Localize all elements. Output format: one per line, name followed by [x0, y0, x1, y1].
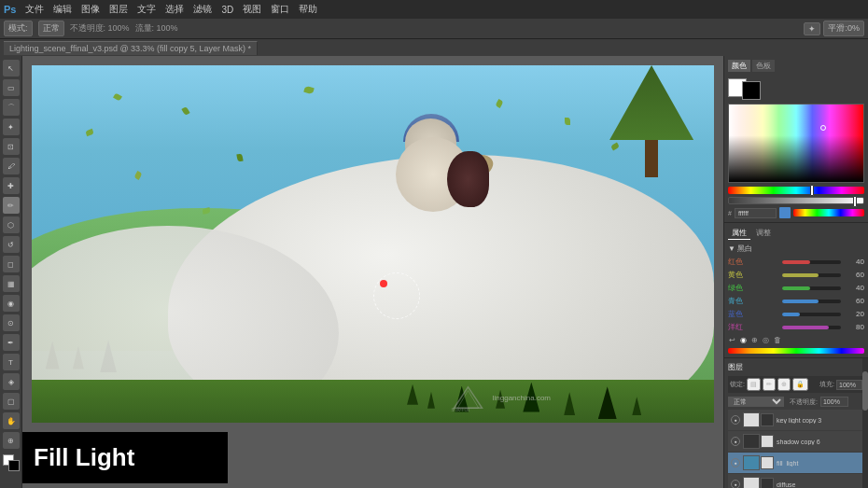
opacity-slider[interactable]: [728, 197, 864, 204]
text-tool[interactable]: T: [3, 354, 20, 370]
prop-row-yellow: 黄色 60: [728, 270, 864, 280]
prop-icon-2[interactable]: ◉: [739, 335, 748, 345]
prop-row-green: 绿色 40: [728, 283, 864, 293]
lock-image[interactable]: ✏: [763, 378, 776, 391]
history-tool[interactable]: ↺: [3, 236, 20, 253]
zoom-tool[interactable]: ⊕: [3, 432, 20, 449]
lock-all[interactable]: 🔒: [792, 378, 808, 391]
smoothing-btn[interactable]: 平滑:0%: [823, 21, 864, 36]
airbrush-btn[interactable]: ✦: [804, 22, 820, 35]
eraser-tool[interactable]: ◻: [3, 256, 20, 272]
prop-slider-blue[interactable]: [782, 313, 841, 316]
wand-tool[interactable]: ✦: [3, 119, 20, 135]
eyedropper-tool[interactable]: 🖊: [3, 158, 20, 174]
menu-window[interactable]: 窗口: [271, 3, 289, 16]
brush-tool[interactable]: ✏: [3, 197, 20, 214]
prop-icon-row: ↩ ◉ ⊕ ◎ 🗑: [728, 335, 864, 345]
gradient-tool[interactable]: ▦: [3, 275, 20, 292]
layer-mask-thumb-1: [761, 435, 774, 448]
layer-mask-thumb-0: [761, 413, 774, 426]
layer-item-0[interactable]: ● key light copy 3: [728, 410, 864, 430]
prop-slider-red[interactable]: [782, 260, 841, 264]
menu-filter[interactable]: 滤镜: [193, 3, 212, 16]
prop-slider-yellow[interactable]: [782, 273, 841, 277]
path-tool[interactable]: ◈: [3, 373, 20, 390]
menu-view[interactable]: 视图: [243, 3, 261, 16]
move-tool[interactable]: ↖: [3, 60, 20, 77]
shape-tool[interactable]: ▢: [3, 393, 20, 410]
prop-val-magenta: 80: [844, 323, 864, 331]
color-mode-btn[interactable]: [779, 207, 791, 218]
menu-select[interactable]: 选择: [165, 3, 184, 16]
prop-fill-red: [782, 260, 810, 264]
menu-bar: Ps 文件 编辑 图像 图层 文字 选择 滤镜 3D 视图 窗口 帮助: [0, 0, 868, 19]
prop-slider-magenta[interactable]: [782, 326, 841, 329]
tab-color[interactable]: 颜色: [728, 60, 750, 72]
flow-label: 不透明度: 100%: [70, 22, 130, 35]
tab-properties[interactable]: 属性: [728, 227, 750, 240]
tab-layers[interactable]: 图层: [728, 362, 743, 372]
prop-icon-clip[interactable]: ⊕: [750, 335, 759, 345]
layer-eye-1[interactable]: ●: [731, 437, 740, 446]
crop-tool[interactable]: ⊡: [3, 138, 20, 155]
prop-icon-eye[interactable]: ◎: [762, 335, 770, 345]
fill-label: 填充:: [819, 380, 834, 389]
tab-adjustments[interactable]: 调整: [752, 227, 775, 240]
layer-eye-0[interactable]: ●: [731, 415, 740, 425]
menu-edit[interactable]: 编辑: [53, 3, 72, 16]
prop-icon-1[interactable]: ↩: [728, 335, 736, 345]
hue-slider[interactable]: [728, 187, 864, 194]
prop-val-red: 40: [844, 258, 864, 266]
tab-swatches[interactable]: 色板: [752, 60, 775, 72]
menu-text[interactable]: 文字: [137, 3, 156, 16]
prop-label-yellow: 黄色: [728, 270, 779, 280]
prop-icon-trash[interactable]: 🗑: [773, 335, 782, 345]
document-tab[interactable]: Lighting_scene_ffinal_v3.psd @ 33.3% (fi…: [4, 41, 258, 55]
tool-option-normal[interactable]: 正常: [38, 21, 64, 36]
hand-tool[interactable]: ✋: [3, 412, 20, 429]
menu-layer[interactable]: 图层: [109, 3, 128, 16]
tools-panel: ↖ ▭ ⌒ ✦ ⊡ 🖊 ✚ ✏ ⬡ ↺ ◻ ▦ ◉ ⊙ ✒ T ◈ ▢ ✋ ⊕: [0, 56, 22, 488]
layers-panel: 图层 锁定: ▤ ✏ ⊕ 🔒 填充: 100% 正常 不透明度: 100%: [724, 358, 868, 488]
prop-slider-green[interactable]: [782, 286, 841, 290]
pen-tool[interactable]: ✒: [3, 334, 20, 351]
heal-tool[interactable]: ✚: [3, 177, 20, 194]
opacity-input[interactable]: 100%: [820, 397, 848, 407]
background-color[interactable]: [742, 81, 761, 100]
blend-mode-select[interactable]: 正常: [728, 397, 784, 407]
menu-3d[interactable]: 3D: [221, 5, 233, 15]
tool-option-1[interactable]: 模式:: [4, 21, 33, 36]
lock-transparent[interactable]: ▤: [747, 378, 761, 391]
layer-thumb-1: [743, 434, 760, 449]
menu-file[interactable]: 文件: [25, 3, 44, 16]
layer-thumb-2: [743, 455, 760, 470]
dodge-tool[interactable]: ⊙: [3, 314, 20, 331]
layer-eye-3[interactable]: ●: [731, 480, 740, 488]
layer-thumb-3: [743, 477, 760, 488]
hex-input[interactable]: ffffff: [735, 208, 777, 218]
layer-item-3[interactable]: ● diffuse: [728, 474, 864, 488]
blur-tool[interactable]: ◉: [3, 295, 20, 312]
stamp-tool[interactable]: ⬡: [3, 216, 20, 233]
menu-image[interactable]: 图像: [81, 3, 100, 16]
canvas[interactable]: 灵感中国 lingganchina.com: [32, 65, 714, 423]
lasso-tool[interactable]: ⌒: [3, 99, 20, 116]
color-gradient-box[interactable]: [728, 104, 864, 183]
document-tab-bar: Lighting_scene_ffinal_v3.psd @ 33.3% (fi…: [0, 39, 868, 56]
layer-eye-2[interactable]: ●: [731, 458, 740, 467]
fg-bg-colors[interactable]: [3, 454, 20, 471]
hardness-label: 流量: 100%: [135, 22, 178, 35]
prop-val-yellow: 60: [844, 271, 864, 279]
lock-position[interactable]: ⊕: [777, 378, 791, 391]
prop-slider-cyan[interactable]: [782, 300, 841, 303]
layer-item-1[interactable]: ● shadow copy 6: [728, 431, 864, 452]
fill-input[interactable]: 100%: [836, 380, 862, 390]
watermark-logo-svg: 灵感中国: [447, 383, 489, 411]
leaf-10: [565, 118, 570, 125]
menu-help[interactable]: 帮助: [299, 3, 317, 16]
layers-scrollbar[interactable]: [862, 358, 868, 488]
layer-item-2[interactable]: ● fill_light: [728, 453, 864, 473]
select-tool[interactable]: ▭: [3, 79, 20, 96]
color-values-row: # ffffff: [728, 207, 864, 218]
main-layout: ↖ ▭ ⌒ ✦ ⊡ 🖊 ✚ ✏ ⬡ ↺ ◻ ▦ ◉ ⊙ ✒ T ◈ ▢ ✋ ⊕: [0, 56, 868, 488]
